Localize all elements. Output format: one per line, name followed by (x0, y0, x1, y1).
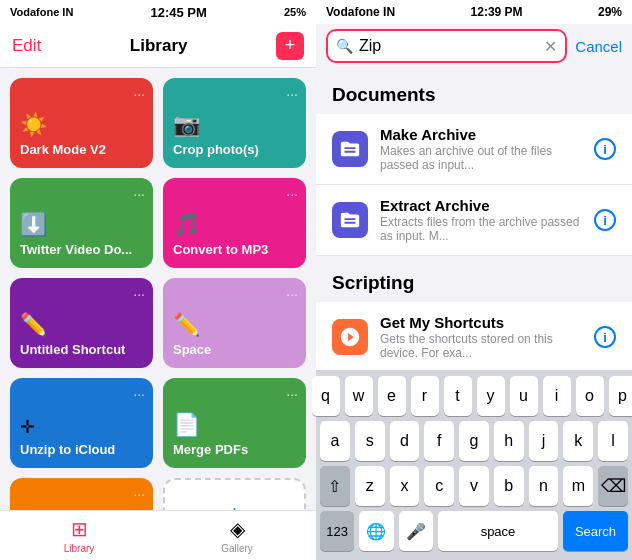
card-menu-icon[interactable]: ··· (286, 186, 298, 202)
key-d[interactable]: d (390, 421, 420, 461)
key-space[interactable]: space (438, 511, 558, 551)
key-o[interactable]: o (576, 376, 604, 416)
shortcut-twitter-video[interactable]: ··· ⬇️ Twitter Video Do... (10, 178, 153, 268)
library-title: Library (130, 36, 188, 56)
tab-library[interactable]: ⊞ Library (0, 511, 158, 560)
get-shortcuts-title: Get My Shortcuts (380, 314, 582, 331)
search-box[interactable]: 🔍 Zip ✕ (326, 29, 567, 63)
card-icon: ⬇️ (20, 212, 143, 238)
cancel-button[interactable]: Cancel (575, 38, 622, 55)
create-shortcut-card[interactable]: + Create Shortcut (163, 478, 306, 510)
result-get-shortcuts[interactable]: Get My Shortcuts Gets the shortcuts stor… (316, 302, 632, 370)
plus-icon: + (227, 500, 241, 511)
get-shortcuts-info: Get My Shortcuts Gets the shortcuts stor… (380, 314, 582, 360)
key-u[interactable]: u (510, 376, 538, 416)
key-l[interactable]: l (598, 421, 628, 461)
key-n[interactable]: n (529, 466, 559, 506)
tab-bar-left: ⊞ Library ◈ Gallery (0, 510, 316, 560)
card-menu-icon[interactable]: ··· (286, 386, 298, 402)
left-panel: Vodafone IN 12:45 PM 25% Edit Library + … (0, 0, 316, 560)
key-m[interactable]: m (563, 466, 593, 506)
key-numbers[interactable]: 123 (320, 511, 354, 551)
key-i[interactable]: i (543, 376, 571, 416)
key-r[interactable]: r (411, 376, 439, 416)
card-menu-icon[interactable]: ··· (133, 286, 145, 302)
card-menu-icon[interactable]: ··· (133, 386, 145, 402)
search-input[interactable]: Zip (359, 37, 538, 55)
card-label: Merge PDFs (173, 442, 296, 458)
keyboard-row-4: 123 🌐 🎤 space Search (320, 511, 628, 551)
key-delete[interactable]: ⌫ (598, 466, 628, 506)
card-label: Untitled Shortcut (20, 342, 143, 358)
get-shortcuts-info-button[interactable]: i (594, 326, 616, 348)
shortcut-merge-pdfs[interactable]: ··· 📄 Merge PDFs (163, 378, 306, 468)
key-z[interactable]: z (355, 466, 385, 506)
key-w[interactable]: w (345, 376, 373, 416)
key-shift[interactable]: ⇧ (320, 466, 350, 506)
extract-archive-info-button[interactable]: i (594, 209, 616, 231)
card-icon: ✏️ (173, 312, 296, 338)
key-q[interactable]: q (312, 376, 340, 416)
extract-archive-info: Extract Archive Extracts files from the … (380, 197, 582, 243)
tab-gallery[interactable]: ◈ Gallery (158, 511, 316, 560)
key-v[interactable]: v (459, 466, 489, 506)
carrier-right: Vodafone IN (326, 5, 395, 19)
key-j[interactable]: j (529, 421, 559, 461)
card-menu-icon[interactable]: ··· (286, 286, 298, 302)
shortcut-dark-mode[interactable]: ··· ☀️ Dark Mode V2 (10, 78, 153, 168)
key-a[interactable]: a (320, 421, 350, 461)
make-archive-desc: Makes an archive out of the files passed… (380, 144, 582, 172)
key-emoji[interactable]: 🌐 (359, 511, 393, 551)
card-icon: ✛ (20, 416, 143, 438)
key-t[interactable]: t (444, 376, 472, 416)
key-y[interactable]: y (477, 376, 505, 416)
key-h[interactable]: h (494, 421, 524, 461)
shortcut-space[interactable]: ··· ✏️ Space (163, 278, 306, 368)
card-icon: ✏️ (20, 312, 143, 338)
card-icon: 📄 (173, 412, 296, 438)
key-mic[interactable]: 🎤 (399, 511, 433, 551)
key-x[interactable]: x (390, 466, 420, 506)
status-bar-right: Vodafone IN 12:39 PM 29% (316, 0, 632, 24)
edit-button[interactable]: Edit (12, 36, 41, 56)
shortcut-convert-mp3[interactable]: ··· 🎵 Convert to MP3 (163, 178, 306, 268)
time-left: 12:45 PM (150, 5, 206, 20)
key-c[interactable]: c (424, 466, 454, 506)
gallery-icon: ◈ (230, 517, 245, 541)
shortcuts-grid: ··· ☀️ Dark Mode V2 ··· 📷 Crop photo(s) … (0, 68, 316, 510)
key-g[interactable]: g (459, 421, 489, 461)
status-bar-left: Vodafone IN 12:45 PM 25% (0, 0, 316, 24)
keyboard-row-3: ⇧ z x c v b n m ⌫ (320, 466, 628, 506)
keyboard-row-1: q w e r t y u i o p (320, 376, 628, 416)
card-label: Space (173, 342, 296, 358)
search-button[interactable]: Search (563, 511, 628, 551)
card-menu-icon[interactable]: ··· (133, 186, 145, 202)
clear-button[interactable]: ✕ (544, 37, 557, 56)
keyboard: q w e r t y u i o p a s d f g h j k l ⇧ … (316, 370, 632, 560)
key-b[interactable]: b (494, 466, 524, 506)
tab-gallery-label: Gallery (221, 543, 253, 554)
card-menu-icon[interactable]: ··· (133, 486, 145, 502)
key-p[interactable]: p (609, 376, 633, 416)
right-panel: Vodafone IN 12:39 PM 29% 🔍 Zip ✕ Cancel … (316, 0, 632, 560)
make-archive-info-button[interactable]: i (594, 138, 616, 160)
key-e[interactable]: e (378, 376, 406, 416)
make-archive-icon (332, 131, 368, 167)
key-k[interactable]: k (563, 421, 593, 461)
result-make-archive[interactable]: Make Archive Makes an archive out of the… (316, 114, 632, 185)
key-f[interactable]: f (424, 421, 454, 461)
shortcut-crop-photo[interactable]: ··· 📷 Crop photo(s) (163, 78, 306, 168)
time-right: 12:39 PM (471, 5, 523, 19)
nav-bar-right: 🔍 Zip ✕ Cancel (316, 24, 632, 68)
shortcut-unzip[interactable]: ··· ✛ Unzip to iCloud (10, 378, 153, 468)
card-label: Convert to MP3 (173, 242, 296, 258)
card-menu-icon[interactable]: ··· (286, 86, 298, 102)
shortcut-untitled[interactable]: ··· ✏️ Untitled Shortcut (10, 278, 153, 368)
result-extract-archive[interactable]: Extract Archive Extracts files from the … (316, 185, 632, 256)
documents-section-header: Documents (316, 68, 632, 114)
get-shortcuts-desc: Gets the shortcuts stored on this device… (380, 332, 582, 360)
card-menu-icon[interactable]: ··· (133, 86, 145, 102)
key-s[interactable]: s (355, 421, 385, 461)
shortcut-manage-zip[interactable]: ··· ✏️ Manage Zip Files (10, 478, 153, 510)
add-button[interactable]: + (276, 32, 304, 60)
